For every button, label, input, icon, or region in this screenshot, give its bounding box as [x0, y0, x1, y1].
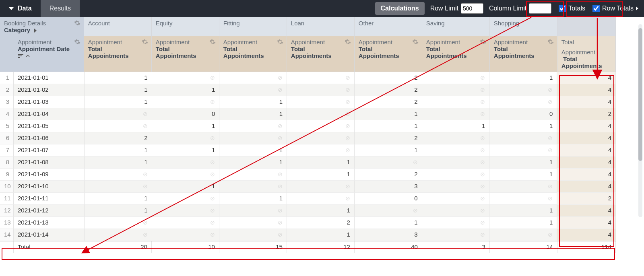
- cell-null[interactable]: ⊘: [219, 120, 287, 132]
- cell-row-total[interactable]: 2: [557, 108, 616, 120]
- gear-icon[interactable]: [547, 39, 554, 45]
- cell-value[interactable]: 1: [287, 205, 355, 217]
- cell-null[interactable]: ⊘: [152, 157, 220, 169]
- gear-icon[interactable]: [142, 39, 148, 45]
- cell-null[interactable]: ⊘: [85, 169, 152, 181]
- pivot-header-shopping[interactable]: Shopping: [490, 17, 557, 36]
- cell-null[interactable]: ⊘: [422, 84, 490, 96]
- cell-value[interactable]: 3: [355, 181, 422, 193]
- cell-null[interactable]: ⊘: [152, 205, 220, 217]
- cell-value[interactable]: 2: [85, 132, 152, 144]
- cell-null[interactable]: ⊘: [219, 229, 287, 241]
- cell-null[interactable]: ⊘: [219, 181, 287, 193]
- cell-null[interactable]: ⊘: [422, 108, 490, 120]
- cell-null[interactable]: ⊘: [489, 84, 557, 96]
- cell-row-total[interactable]: 4: [557, 72, 616, 84]
- cell-null[interactable]: ⊘: [219, 132, 287, 144]
- gear-icon[interactable]: [480, 39, 486, 45]
- cell-date[interactable]: 2021-01-06: [14, 132, 85, 144]
- pivot-header-equity[interactable]: Equity: [152, 17, 219, 36]
- cell-null[interactable]: ⊘: [422, 229, 490, 241]
- cell-null[interactable]: ⊘: [489, 181, 557, 193]
- cell-null[interactable]: ⊘: [489, 193, 557, 205]
- cell-null[interactable]: ⊘: [355, 205, 422, 217]
- cell-value[interactable]: 1: [152, 84, 220, 96]
- cell-null[interactable]: ⊘: [85, 229, 152, 241]
- cell-value[interactable]: 1: [85, 96, 152, 108]
- cell-date[interactable]: 2021-01-04: [14, 108, 85, 120]
- measure-header[interactable]: AppointmentTotalAppointments: [422, 36, 490, 72]
- cell-null[interactable]: ⊘: [152, 229, 220, 241]
- totals-toggle[interactable]: Totals: [557, 4, 585, 13]
- cell-value[interactable]: 0: [355, 193, 422, 205]
- cell-row-total[interactable]: 4: [557, 181, 616, 193]
- cell-null[interactable]: ⊘: [422, 72, 490, 84]
- cell-date[interactable]: 2021-01-05: [14, 120, 85, 132]
- cell-null[interactable]: ⊘: [489, 144, 557, 157]
- pivot-header-fitting[interactable]: Fitting: [219, 17, 287, 36]
- cell-null[interactable]: ⊘: [422, 217, 490, 229]
- gear-icon[interactable]: [74, 20, 80, 26]
- cell-value[interactable]: 1: [287, 229, 355, 241]
- cell-row-total[interactable]: 4: [557, 84, 616, 96]
- cell-value[interactable]: 2: [355, 84, 422, 96]
- cell-null[interactable]: ⊘: [287, 181, 355, 193]
- cell-null[interactable]: ⊘: [422, 132, 490, 144]
- cell-value[interactable]: 2: [287, 217, 355, 229]
- cell-value[interactable]: 1: [287, 169, 355, 181]
- row-totals-toggle[interactable]: Row Totals: [591, 4, 638, 13]
- gear-icon[interactable]: [277, 39, 283, 45]
- cell-null[interactable]: ⊘: [287, 193, 355, 205]
- cell-null[interactable]: ⊘: [287, 96, 355, 108]
- cell-value[interactable]: 2: [355, 96, 422, 108]
- dimension-group-header[interactable]: Booking Details Category: [0, 17, 84, 36]
- cell-date[interactable]: 2021-01-08: [14, 157, 85, 169]
- cell-date[interactable]: 2021-01-10: [14, 181, 85, 193]
- cell-row-total[interactable]: 4: [557, 144, 616, 157]
- row-totals-checkbox[interactable]: [592, 5, 600, 12]
- cell-date[interactable]: 2021-01-14: [14, 229, 85, 241]
- cell-value[interactable]: 3: [355, 229, 422, 241]
- cell-value[interactable]: 1: [152, 144, 220, 157]
- cell-value[interactable]: 0: [489, 108, 557, 120]
- cell-row-total[interactable]: 4: [557, 205, 616, 217]
- cell-value[interactable]: 1: [287, 157, 355, 169]
- column-limit-input[interactable]: [529, 3, 551, 14]
- cell-value[interactable]: 1: [219, 96, 287, 108]
- measure-header[interactable]: AppointmentTotalAppointments: [490, 36, 557, 72]
- cell-value[interactable]: 1: [85, 144, 152, 157]
- cell-value[interactable]: 1: [355, 144, 422, 157]
- cell-row-total[interactable]: 2: [557, 193, 616, 205]
- cell-null[interactable]: ⊘: [152, 169, 220, 181]
- gear-icon[interactable]: [412, 39, 419, 45]
- cell-value[interactable]: 1: [489, 169, 557, 181]
- cell-null[interactable]: ⊘: [219, 217, 287, 229]
- measure-header[interactable]: AppointmentTotalAppointments: [84, 36, 152, 72]
- cell-row-total[interactable]: 4: [557, 132, 616, 144]
- cell-null[interactable]: ⊘: [422, 157, 490, 169]
- cell-row-total[interactable]: 4: [557, 217, 616, 229]
- cell-value[interactable]: 1: [489, 72, 557, 84]
- gear-icon[interactable]: [209, 39, 216, 45]
- cell-null[interactable]: ⊘: [152, 217, 220, 229]
- cell-value[interactable]: 1: [85, 84, 152, 96]
- cell-null[interactable]: ⊘: [489, 96, 557, 108]
- cell-row-total[interactable]: 4: [557, 120, 616, 132]
- cell-value[interactable]: 1: [489, 205, 557, 217]
- measure-header[interactable]: AppointmentTotalAppointments: [287, 36, 355, 72]
- cell-null[interactable]: ⊘: [287, 144, 355, 157]
- measure-header[interactable]: AppointmentTotalAppointments: [219, 36, 287, 72]
- cell-null[interactable]: ⊘: [287, 120, 355, 132]
- cell-row-total[interactable]: 4: [557, 157, 616, 169]
- cell-date[interactable]: 2021-01-03: [14, 96, 85, 108]
- cell-null[interactable]: ⊘: [152, 193, 220, 205]
- cell-date[interactable]: 2021-01-01: [14, 72, 85, 84]
- cell-date[interactable]: 2021-01-13: [14, 217, 85, 229]
- cell-value[interactable]: 0: [152, 108, 220, 120]
- cell-value[interactable]: 1: [489, 157, 557, 169]
- cell-null[interactable]: ⊘: [85, 108, 152, 120]
- cell-null[interactable]: ⊘: [85, 181, 152, 193]
- totals-checkbox[interactable]: [559, 5, 566, 12]
- cell-value[interactable]: 1: [219, 157, 287, 169]
- cell-null[interactable]: ⊘: [489, 229, 557, 241]
